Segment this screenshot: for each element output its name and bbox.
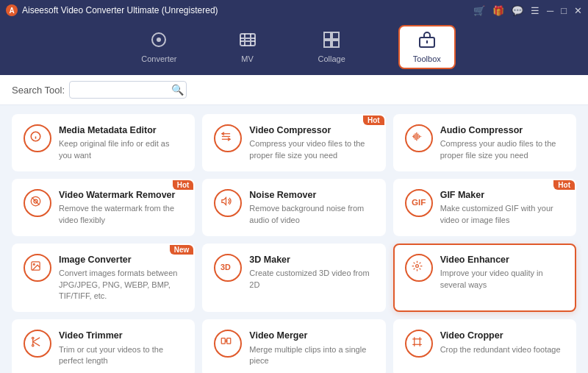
svg-point-28 <box>32 345 35 347</box>
tool-card-video-cropper[interactable]: Video CropperCrop the redundant video fo… <box>393 319 576 373</box>
cart-icon[interactable]: 🛒 <box>473 5 485 16</box>
tool-card-video-watermark-remover[interactable]: HotVideo Watermark RemoverRemove the wat… <box>12 179 195 236</box>
main-content: Media Metadata EditorKeep original file … <box>0 105 588 373</box>
tools-grid: Media Metadata EditorKeep original file … <box>12 114 576 373</box>
search-bar: Search Tool: 🔍 <box>0 75 588 105</box>
gift-icon[interactable]: 🎁 <box>492 5 504 16</box>
tool-card-video-trimmer[interactable]: Video TrimmerTrim or cut your videos to … <box>12 319 195 373</box>
tool-icon-video-enhancer <box>405 254 433 282</box>
svg-text:3D: 3D <box>220 263 231 271</box>
tool-desc-noise-remover: Remove background noise from audio of vi… <box>249 203 373 226</box>
badge-image-converter: New <box>170 245 194 255</box>
tool-desc-audio-compressor: Compress your audio files to the proper … <box>440 138 564 161</box>
title-bar-left: A Aiseesoft Video Converter Ultimate (Un… <box>6 4 218 16</box>
svg-rect-6 <box>332 40 339 47</box>
tool-title-noise-remover: Noise Remover <box>249 189 373 201</box>
tool-title-3d-maker: 3D Maker <box>249 254 373 266</box>
tool-content-audio-compressor: Audio CompressorCompress your audio file… <box>440 124 564 161</box>
tool-desc-media-metadata-editor: Keep original file info or edit as you w… <box>59 138 183 161</box>
svg-point-25 <box>33 263 35 265</box>
tool-desc-image-converter: Convert images formats between JPG/JPEG,… <box>59 268 183 302</box>
tool-title-gif-maker: GIF Maker <box>440 189 564 201</box>
chat-icon[interactable]: 💬 <box>512 5 523 16</box>
nav-bar: Converter MV Collage Toolbox <box>0 21 588 75</box>
search-input-wrap[interactable]: 🔍 <box>69 81 187 99</box>
tool-desc-video-enhancer: Improve your video quality in several wa… <box>440 268 564 291</box>
tool-icon-audio-compressor <box>405 124 433 152</box>
tool-icon-video-cropper <box>405 330 433 358</box>
app-logo: A <box>6 4 18 16</box>
tool-title-media-metadata-editor: Media Metadata Editor <box>59 124 183 136</box>
nav-mv[interactable]: MV <box>230 28 265 66</box>
search-input[interactable] <box>76 85 171 95</box>
tool-card-image-converter[interactable]: NewImage ConverterConvert images formats… <box>12 244 195 312</box>
nav-collage[interactable]: Collage <box>309 28 354 66</box>
tool-title-video-enhancer: Video Enhancer <box>440 254 564 266</box>
tool-card-video-enhancer[interactable]: Video EnhancerImprove your video quality… <box>393 244 576 312</box>
tool-icon-image-converter <box>24 254 51 282</box>
tool-content-gif-maker: GIF MakerMake customized GIF with your v… <box>440 189 564 226</box>
title-bar: A Aiseesoft Video Converter Ultimate (Un… <box>0 0 588 21</box>
svg-rect-36 <box>414 339 420 345</box>
mv-icon <box>239 31 257 51</box>
tool-icon-video-trimmer <box>24 330 51 358</box>
menu-icon[interactable]: ☰ <box>531 5 539 16</box>
mv-label: MV <box>241 54 254 63</box>
nav-toolbox[interactable]: Toolbox <box>398 25 456 69</box>
converter-icon <box>150 31 168 51</box>
tool-title-image-converter: Image Converter <box>59 254 183 266</box>
tool-title-video-compressor: Video Compressor <box>249 124 373 136</box>
badge-video-watermark-remover: Hot <box>173 180 194 190</box>
tool-icon-gif-maker: GIF <box>405 189 433 217</box>
app-title: Aiseesoft Video Converter Ultimate (Unre… <box>22 5 218 15</box>
tool-content-noise-remover: Noise RemoverRemove background noise fro… <box>249 189 373 226</box>
tool-title-video-watermark-remover: Video Watermark Remover <box>59 189 183 201</box>
tool-card-noise-remover[interactable]: Noise RemoverRemove background noise fro… <box>202 179 385 236</box>
tool-icon-video-watermark-remover <box>24 189 51 217</box>
tool-content-video-compressor: Video CompressorCompress your video file… <box>249 124 373 161</box>
tool-content-3d-maker: 3D MakerCreate customized 3D video from … <box>249 254 373 291</box>
badge-video-compressor: Hot <box>363 116 384 125</box>
tool-desc-video-watermark-remover: Remove the watermark from the video flex… <box>59 203 183 226</box>
tool-icon-noise-remover <box>214 189 242 217</box>
tool-card-video-merger[interactable]: Video MergerMerge multiple clips into a … <box>202 319 385 373</box>
tool-desc-video-trimmer: Trim or cut your videos to the perfect l… <box>59 344 183 367</box>
tool-card-media-metadata-editor[interactable]: Media Metadata EditorKeep original file … <box>12 114 195 171</box>
tool-icon-video-merger <box>214 330 242 358</box>
tool-card-3d-maker[interactable]: 3D3D MakerCreate customized 3D video fro… <box>202 244 385 312</box>
toolbox-icon <box>418 31 436 51</box>
tool-content-video-cropper: Video CropperCrop the redundant video fo… <box>440 330 564 355</box>
minimize-icon[interactable]: ─ <box>547 5 553 16</box>
tool-content-video-watermark-remover: Video Watermark RemoverRemove the waterm… <box>59 189 183 226</box>
tool-title-video-cropper: Video Cropper <box>440 330 564 341</box>
tool-card-gif-maker[interactable]: HotGIFGIF MakerMake customized GIF with … <box>393 179 576 236</box>
nav-converter[interactable]: Converter <box>132 28 185 66</box>
tool-card-audio-compressor[interactable]: Audio CompressorCompress your audio file… <box>393 114 576 171</box>
tool-desc-3d-maker: Create customized 3D video from 2D <box>249 268 373 291</box>
tool-desc-video-cropper: Crop the redundant video footage <box>440 344 564 355</box>
tool-content-media-metadata-editor: Media Metadata EditorKeep original file … <box>59 124 183 161</box>
badge-gif-maker: Hot <box>553 180 575 190</box>
svg-rect-2 <box>240 34 255 46</box>
svg-point-27 <box>415 265 418 268</box>
maximize-icon[interactable]: □ <box>561 5 567 16</box>
tool-title-video-merger: Video Merger <box>249 330 373 341</box>
collage-label: Collage <box>318 54 345 63</box>
svg-text:GIF: GIF <box>412 197 426 207</box>
tool-content-image-converter: Image ConverterConvert images formats be… <box>59 254 183 302</box>
tool-title-audio-compressor: Audio Compressor <box>440 124 564 136</box>
close-icon[interactable]: ✕ <box>574 5 582 16</box>
svg-rect-3 <box>324 32 331 39</box>
tool-icon-video-compressor <box>214 124 242 152</box>
tool-card-video-compressor[interactable]: HotVideo CompressorCompress your video f… <box>202 114 385 171</box>
tool-content-video-trimmer: Video TrimmerTrim or cut your videos to … <box>59 330 183 366</box>
tool-title-video-trimmer: Video Trimmer <box>59 330 183 341</box>
svg-line-22 <box>32 198 40 205</box>
svg-rect-33 <box>222 338 226 344</box>
svg-rect-4 <box>332 32 339 39</box>
search-icon[interactable]: 🔍 <box>171 84 184 96</box>
converter-label: Converter <box>141 54 176 63</box>
svg-point-29 <box>32 338 35 340</box>
toolbox-label: Toolbox <box>413 54 441 63</box>
title-bar-controls: 🛒 🎁 💬 ☰ ─ □ ✕ <box>473 5 582 16</box>
